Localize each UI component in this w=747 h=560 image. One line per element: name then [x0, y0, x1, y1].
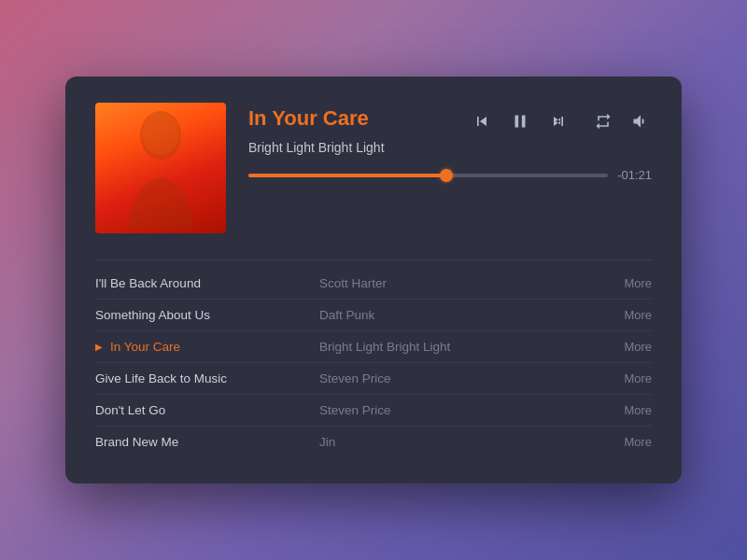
- track-title: I'll Be Back Around: [95, 276, 319, 290]
- player-top: In Your Care: [95, 103, 652, 233]
- track-row[interactable]: I'll Be Back AroundScott HarterMore: [95, 268, 652, 300]
- album-art: [95, 103, 226, 233]
- artist-name-top: Bright Light Bright Light: [248, 140, 652, 155]
- track-artist: Steven Price: [319, 371, 605, 385]
- repeat-button[interactable]: [592, 110, 614, 133]
- progress-row: -01:21: [248, 168, 652, 182]
- track-row[interactable]: Brand New MeJinMore: [95, 427, 652, 457]
- track-list: I'll Be Back AroundScott HarterMoreSomet…: [95, 259, 652, 457]
- pause-button[interactable]: [508, 109, 532, 133]
- track-more-button[interactable]: More: [605, 308, 652, 322]
- play-indicator: ▶: [95, 342, 103, 352]
- time-display: -01:21: [617, 168, 652, 182]
- track-title: Something About Us: [95, 308, 319, 322]
- track-artist: Bright Light Bright Light: [319, 340, 605, 354]
- track-row[interactable]: Give Life Back to MusicSteven PriceMore: [95, 363, 652, 395]
- track-title-text: Brand New Me: [95, 435, 178, 449]
- prev-button[interactable]: [471, 110, 493, 133]
- track-title-text: Something About Us: [95, 308, 210, 322]
- track-title: Give Life Back to Music: [95, 371, 319, 385]
- track-artist: Scott Harter: [319, 276, 605, 290]
- track-title-text: I'll Be Back Around: [95, 276, 201, 290]
- track-more-button[interactable]: More: [605, 340, 652, 354]
- track-artist: Steven Price: [319, 403, 605, 417]
- svg-point-1: [142, 112, 179, 155]
- player-info: In Your Care: [248, 103, 652, 182]
- track-title-text: Give Life Back to Music: [95, 371, 227, 385]
- track-title: Don't Let Go: [95, 403, 319, 417]
- player-card: In Your Care: [65, 77, 682, 483]
- track-row[interactable]: Don't Let GoSteven PriceMore: [95, 395, 652, 427]
- track-more-button[interactable]: More: [605, 276, 652, 290]
- track-more-button[interactable]: More: [605, 435, 652, 449]
- album-art-figure: [119, 107, 203, 229]
- track-row[interactable]: Something About UsDaft PunkMore: [95, 300, 652, 331]
- progress-bar[interactable]: [248, 174, 608, 177]
- track-title-text: Don't Let Go: [95, 403, 165, 417]
- track-row[interactable]: ▶In Your CareBright Light Bright LightMo…: [95, 331, 652, 363]
- progress-thumb: [440, 169, 453, 182]
- track-more-button[interactable]: More: [605, 371, 652, 385]
- track-title-text: In Your Care: [110, 340, 180, 354]
- next-button[interactable]: [547, 110, 570, 133]
- volume-button[interactable]: [629, 110, 652, 133]
- track-artist: Jin: [319, 435, 605, 449]
- controls-and-time: In Your Care: [248, 106, 652, 136]
- song-title: In Your Care: [248, 106, 369, 131]
- track-title: Brand New Me: [95, 435, 319, 449]
- track-title: ▶In Your Care: [95, 340, 319, 354]
- progress-fill: [248, 174, 446, 177]
- track-more-button[interactable]: More: [605, 403, 652, 417]
- track-artist: Daft Punk: [319, 308, 605, 322]
